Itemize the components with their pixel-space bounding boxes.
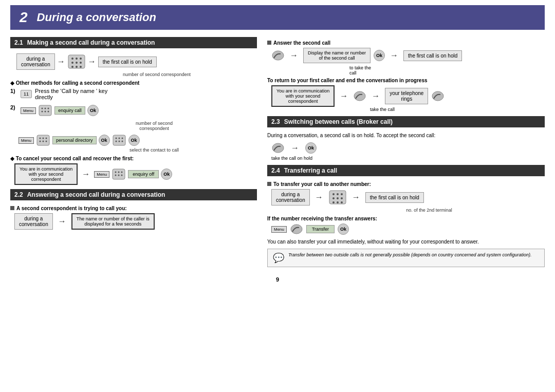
dice-icon-container [67, 54, 86, 69]
handset-icon-s24 [290, 223, 303, 235]
svg-point-48 [341, 197, 343, 199]
ok-btn-4: Ok [161, 169, 172, 180]
return-flow: You are in communicationwith your second… [271, 85, 545, 107]
svg-point-19 [43, 138, 44, 139]
svg-point-1 [71, 58, 73, 60]
arrow-s23: → [291, 143, 299, 153]
svg-point-26 [118, 138, 120, 139]
arrow-r2: → [390, 51, 398, 60]
select-contact-label: select the contact to call [51, 147, 257, 153]
take-call-hold-label: take the call on hold [271, 156, 545, 161]
sec-2-1-title: Making a second call during a conversati… [27, 39, 155, 46]
method-1-label: Press the 'Call by name ' keydirectly [35, 88, 107, 100]
svg-point-38 [272, 51, 284, 60]
right-column: Answer the second call → Display the nam… [267, 37, 545, 271]
svg-point-12 [45, 108, 46, 109]
svg-point-44 [337, 193, 339, 195]
phone-icon-2 [36, 134, 50, 146]
your-tel-rings-box: your telephonerings [385, 88, 428, 104]
svg-point-4 [71, 62, 73, 64]
phone-icon-1 [38, 104, 52, 117]
section-2-2: 2.2 Answering a second call during a con… [10, 189, 257, 230]
menu-key-1: Menu [21, 107, 36, 114]
svg-point-27 [121, 138, 123, 139]
s24-flow: during aconversation → → the first call … [271, 189, 545, 206]
section-2-2-header: 2.2 Answering a second call during a con… [10, 189, 257, 200]
dice-icon-s24 [328, 190, 347, 205]
phone-icon-4 [112, 168, 126, 180]
ok-btn-3: Ok [128, 135, 140, 146]
svg-point-6 [80, 62, 82, 64]
menu-key-3: Menu [94, 171, 109, 178]
svg-point-16 [48, 111, 49, 113]
method-2: 2) Menu enquiry call Ok [10, 104, 257, 117]
call-by-name-key: 11 [21, 90, 32, 98]
s24-transfer-flow: Menu Transfer Ok [271, 223, 545, 235]
method-1: 1) 11 Press the 'Call by name ' keydirec… [10, 88, 257, 100]
svg-point-3 [80, 58, 82, 60]
ok-btn-r1: Ok [374, 50, 385, 61]
svg-point-45 [341, 193, 343, 195]
svg-point-13 [48, 108, 49, 109]
section-2-1: 2.1 Making a second call during a conver… [10, 37, 257, 185]
section-2-3-header: 2.3 Switching between calls (Broker call… [267, 116, 545, 127]
svg-point-29 [118, 141, 120, 142]
first-call-hold-r: the first call is on hold [403, 50, 462, 61]
svg-point-14 [42, 111, 43, 113]
method-1-content: 11 Press the 'Call by name ' keydirectly [21, 88, 107, 100]
info-text: Transfer between two outside calls is no… [288, 252, 532, 257]
arrow-s22: → [58, 217, 66, 226]
during-conv-s24: during aconversation [271, 189, 310, 206]
svg-point-40 [432, 91, 443, 101]
section-2-4-header: 2.4 Transferring a call [267, 165, 545, 176]
menu-key-s24: Menu [271, 226, 287, 233]
method-2-content: Menu enquiry call Ok [21, 104, 99, 117]
transfer-screen: Transfer [306, 225, 335, 233]
svg-point-5 [76, 62, 78, 64]
caller-display-box: The name or number of the caller isdispl… [71, 213, 155, 230]
svg-point-47 [337, 197, 339, 199]
svg-point-46 [332, 197, 335, 199]
svg-point-25 [115, 138, 117, 139]
enquiry-screen: enquiry call [54, 106, 85, 115]
return-label: To return to your first caller and end t… [267, 78, 545, 83]
no-2nd-label: no. of the 2nd terminal [313, 208, 545, 213]
handset-icon-1 [271, 50, 285, 61]
info-icon: 💬 [273, 252, 284, 264]
svg-point-43 [332, 193, 335, 195]
arrow-r4: → [372, 91, 380, 101]
main-content: 2.1 Making a second call during a conver… [10, 37, 545, 271]
svg-rect-31 [113, 169, 125, 179]
svg-point-50 [337, 201, 339, 203]
sec-2-1-num: 2.1 [14, 39, 23, 46]
if-number-answers: If the number receiving the transfer ans… [267, 216, 545, 221]
arrow-2: → [88, 57, 96, 66]
svg-point-34 [121, 172, 123, 173]
section-2-3: 2.3 Switching between calls (Broker call… [267, 116, 545, 161]
arrow-r3: → [340, 91, 348, 101]
arrow-1: → [57, 57, 65, 66]
answer-second-label: Answer the second call [267, 40, 545, 46]
handset-icon-3 [431, 90, 445, 102]
svg-rect-10 [39, 105, 51, 116]
page-header: 2 During a conversation [10, 5, 545, 30]
arrow-r1: → [290, 51, 298, 60]
svg-rect-17 [37, 135, 49, 145]
s22-flow: during aconversation → The name or numbe… [14, 213, 257, 230]
cancel-label: ◆ To cancel your second call and recover… [10, 156, 257, 161]
svg-point-23 [46, 141, 47, 142]
page-number: 9 [10, 276, 545, 283]
enquiry-off-screen: enquiry off [128, 170, 159, 178]
arrow-s24-2: → [352, 193, 360, 202]
personal-dir-row: Menu personal directory Ok [18, 134, 257, 146]
svg-point-2 [76, 58, 78, 60]
svg-point-33 [118, 172, 120, 173]
svg-point-8 [76, 66, 78, 68]
svg-point-39 [354, 91, 365, 101]
during-conv-label: during aconversation [16, 53, 55, 70]
can-also-note: You can also transfer your call immediat… [267, 239, 545, 245]
chapter-number: 2 [20, 9, 28, 26]
during-conv-box-2: during aconversation [14, 213, 53, 230]
ok-btn-2: Ok [99, 135, 110, 146]
s23-intro: During a conversation, a second call is … [267, 133, 545, 138]
